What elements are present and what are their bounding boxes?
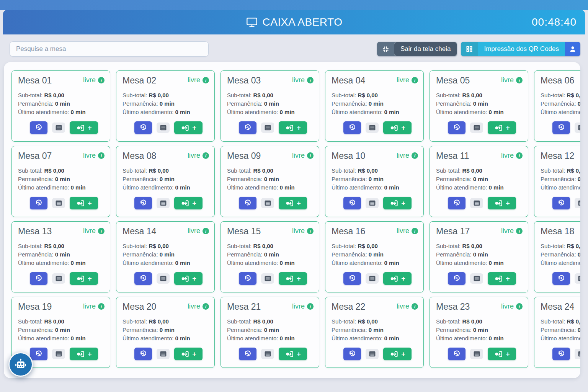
open-table-button[interactable]: + xyxy=(70,197,98,209)
details-button[interactable] xyxy=(157,198,170,208)
table-card[interactable]: Mesa 02 livre i Sub-total: R$ 0,00 Perma… xyxy=(116,70,215,142)
table-card[interactable]: Mesa 13 livre i Sub-total: R$ 0,00 Perma… xyxy=(11,221,110,292)
history-button[interactable] xyxy=(448,348,466,360)
details-button[interactable] xyxy=(366,198,379,208)
details-button[interactable] xyxy=(575,122,580,133)
details-button[interactable] xyxy=(470,122,483,133)
details-button[interactable] xyxy=(575,273,580,284)
info-icon[interactable]: i xyxy=(203,303,209,310)
history-button[interactable] xyxy=(343,348,361,360)
history-button[interactable] xyxy=(239,121,256,134)
open-table-button[interactable]: + xyxy=(70,121,98,134)
table-card[interactable]: Mesa 18 livre i Sub-total: R$ 0,00 Perma… xyxy=(534,221,580,292)
details-button[interactable] xyxy=(366,273,379,284)
open-table-button[interactable]: + xyxy=(488,121,516,134)
info-icon[interactable]: i xyxy=(307,303,314,310)
info-icon[interactable]: i xyxy=(412,152,418,159)
details-button[interactable] xyxy=(157,349,170,359)
chatbot-fab-button[interactable] xyxy=(8,352,33,377)
info-icon[interactable]: i xyxy=(412,228,418,234)
info-icon[interactable]: i xyxy=(412,77,418,83)
table-card[interactable]: Mesa 04 livre i Sub-total: R$ 0,00 Perma… xyxy=(325,70,424,142)
open-table-button[interactable]: + xyxy=(70,272,98,285)
table-card[interactable]: Mesa 20 livre i Sub-total: R$ 0,00 Perma… xyxy=(116,297,215,368)
table-card[interactable]: Mesa 24 livre i Sub-total: R$ 0,00 Perma… xyxy=(534,297,580,368)
details-button[interactable] xyxy=(366,122,379,133)
history-button[interactable] xyxy=(134,197,152,209)
history-button[interactable] xyxy=(552,272,570,285)
details-button[interactable] xyxy=(366,349,379,359)
info-icon[interactable]: i xyxy=(412,303,418,310)
history-button[interactable] xyxy=(239,272,256,285)
details-button[interactable] xyxy=(157,273,170,284)
open-table-button[interactable]: + xyxy=(174,348,203,360)
open-table-button[interactable]: + xyxy=(174,121,203,134)
table-card[interactable]: Mesa 07 livre i Sub-total: R$ 0,00 Perma… xyxy=(11,146,110,217)
history-button[interactable] xyxy=(552,121,570,134)
open-table-button[interactable]: + xyxy=(279,348,307,360)
history-button[interactable] xyxy=(343,272,361,285)
details-button[interactable] xyxy=(52,122,65,133)
info-icon[interactable]: i xyxy=(98,303,105,310)
open-table-button[interactable]: + xyxy=(488,272,516,285)
details-button[interactable] xyxy=(261,273,274,284)
history-button[interactable] xyxy=(448,121,466,134)
user-button[interactable] xyxy=(565,42,580,56)
details-button[interactable] xyxy=(575,349,580,359)
table-card[interactable]: Mesa 22 livre i Sub-total: R$ 0,00 Perma… xyxy=(325,297,424,368)
history-button[interactable] xyxy=(448,197,466,209)
open-table-button[interactable]: + xyxy=(383,272,412,285)
table-card[interactable]: Mesa 10 livre i Sub-total: R$ 0,00 Perma… xyxy=(325,146,424,217)
history-button[interactable] xyxy=(552,197,570,209)
details-button[interactable] xyxy=(52,198,65,208)
table-card[interactable]: Mesa 03 livre i Sub-total: R$ 0,00 Perma… xyxy=(220,70,319,142)
history-button[interactable] xyxy=(448,272,466,285)
history-button[interactable] xyxy=(134,121,152,134)
history-button[interactable] xyxy=(343,197,361,209)
open-table-button[interactable]: + xyxy=(383,121,412,134)
table-card[interactable]: Mesa 12 livre i Sub-total: R$ 0,00 Perma… xyxy=(534,146,580,217)
details-button[interactable] xyxy=(470,349,483,359)
open-table-button[interactable]: + xyxy=(174,197,203,209)
open-table-button[interactable]: + xyxy=(279,272,307,285)
table-card[interactable]: Mesa 16 livre i Sub-total: R$ 0,00 Perma… xyxy=(325,221,424,292)
info-icon[interactable]: i xyxy=(307,152,314,159)
details-button[interactable] xyxy=(470,198,483,208)
open-table-button[interactable]: + xyxy=(174,272,203,285)
details-button[interactable] xyxy=(470,273,483,284)
details-button[interactable] xyxy=(261,349,274,359)
info-icon[interactable]: i xyxy=(516,303,523,310)
search-input[interactable] xyxy=(10,41,209,57)
info-icon[interactable]: i xyxy=(516,77,523,83)
history-button[interactable] xyxy=(343,121,361,134)
history-button[interactable] xyxy=(552,348,570,360)
table-card[interactable]: Mesa 01 livre i Sub-total: R$ 0,00 Perma… xyxy=(11,70,110,142)
history-button[interactable] xyxy=(30,197,47,209)
details-button[interactable] xyxy=(575,198,580,208)
info-icon[interactable]: i xyxy=(203,228,209,234)
table-card[interactable]: Mesa 06 livre i Sub-total: R$ 0,00 Perma… xyxy=(534,70,580,142)
info-icon[interactable]: i xyxy=(307,228,314,234)
exit-fullscreen-button[interactable]: Sair da tela cheia xyxy=(377,42,457,56)
table-card[interactable]: Mesa 15 livre i Sub-total: R$ 0,00 Perma… xyxy=(220,221,319,292)
info-icon[interactable]: i xyxy=(98,228,105,234)
print-qr-codes-button[interactable]: Impressão dos QR Codes xyxy=(461,42,565,56)
table-card[interactable]: Mesa 11 livre i Sub-total: R$ 0,00 Perma… xyxy=(430,146,528,217)
table-card[interactable]: Mesa 17 livre i Sub-total: R$ 0,00 Perma… xyxy=(430,221,528,292)
open-table-button[interactable]: + xyxy=(383,197,412,209)
open-table-button[interactable]: + xyxy=(279,197,307,209)
open-table-button[interactable]: + xyxy=(279,121,307,134)
details-button[interactable] xyxy=(261,122,274,133)
open-table-button[interactable]: + xyxy=(383,348,412,360)
table-card[interactable]: Mesa 21 livre i Sub-total: R$ 0,00 Perma… xyxy=(220,297,319,368)
info-icon[interactable]: i xyxy=(203,77,209,83)
table-card[interactable]: Mesa 05 livre i Sub-total: R$ 0,00 Perma… xyxy=(430,70,528,142)
history-button[interactable] xyxy=(30,272,47,285)
history-button[interactable] xyxy=(134,272,152,285)
info-icon[interactable]: i xyxy=(516,152,523,159)
history-button[interactable] xyxy=(239,197,256,209)
history-button[interactable] xyxy=(30,348,47,360)
info-icon[interactable]: i xyxy=(98,152,105,159)
open-table-button[interactable]: + xyxy=(70,348,98,360)
details-button[interactable] xyxy=(52,349,65,359)
